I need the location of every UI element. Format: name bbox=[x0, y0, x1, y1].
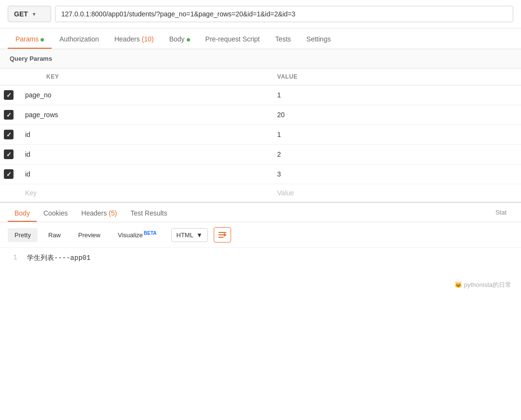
tab-tests-label: Tests bbox=[275, 35, 291, 43]
tab-params[interactable]: Params bbox=[8, 28, 52, 49]
tab-body[interactable]: Body bbox=[162, 28, 198, 49]
tab-tests[interactable]: Tests bbox=[267, 28, 299, 49]
line-number: 1 bbox=[8, 254, 17, 262]
checkbox-1[interactable]: ✓ bbox=[4, 90, 14, 100]
table-row: ✓ page_no 1 bbox=[0, 85, 521, 105]
url-bar: GET ▼ bbox=[0, 0, 521, 28]
key-cell-5[interactable]: id bbox=[17, 164, 270, 184]
checkbox-2[interactable]: ✓ bbox=[4, 110, 14, 120]
tab-response-headers-label: Headers bbox=[82, 209, 109, 217]
top-tabs: Params Authorization Headers (10) Body P… bbox=[0, 28, 521, 49]
tab-authorization-label: Authorization bbox=[59, 35, 99, 43]
code-line: 1 学生列表----app01 bbox=[8, 254, 513, 262]
col-value: VALUE bbox=[270, 68, 521, 85]
content-area: Query Params KEY VALUE ✓ page_no 1 bbox=[0, 49, 521, 202]
table-row: ✓ id 3 bbox=[0, 164, 521, 184]
key-cell-2[interactable]: page_rows bbox=[17, 105, 270, 125]
beta-badge: BETA bbox=[144, 230, 156, 236]
watermark: 🐱 pythonista的日常 bbox=[0, 277, 521, 293]
tab-body-label: Body bbox=[169, 35, 185, 43]
line-content: 学生列表----app01 bbox=[27, 254, 91, 262]
headers-badge: (10) bbox=[142, 35, 154, 43]
value-cell-1[interactable]: 1 bbox=[270, 85, 521, 105]
tab-headers-label: Headers bbox=[114, 35, 142, 43]
format-select[interactable]: HTML ▼ bbox=[171, 228, 208, 242]
checkmark-icon: ✓ bbox=[6, 112, 12, 118]
response-toolbar: Pretty Raw Preview VisualizeBETA HTML ▼ bbox=[0, 222, 521, 248]
tab-headers[interactable]: Headers (10) bbox=[107, 28, 162, 49]
format-select-label: HTML bbox=[177, 231, 193, 239]
value-cell-2[interactable]: 20 bbox=[270, 105, 521, 125]
table-row: ✓ id 2 bbox=[0, 145, 521, 164]
query-params-title: Query Params bbox=[0, 49, 521, 68]
params-dot bbox=[41, 38, 44, 41]
table-row: ✓ page_rows 20 bbox=[0, 105, 521, 125]
preview-button[interactable]: Preview bbox=[71, 228, 107, 242]
tab-response-headers[interactable]: Headers (5) bbox=[75, 203, 124, 222]
tab-response-body-label: Body bbox=[14, 209, 30, 217]
bottom-tabs: Body Cookies Headers (5) Test Results St… bbox=[0, 202, 521, 222]
pretty-button[interactable]: Pretty bbox=[8, 228, 38, 242]
tab-pre-request[interactable]: Pre-request Script bbox=[198, 28, 268, 49]
status-label: Stat bbox=[489, 203, 513, 222]
key-cell-1[interactable]: page_no bbox=[17, 85, 270, 105]
url-input[interactable] bbox=[55, 6, 513, 22]
placeholder-value[interactable]: Value bbox=[270, 184, 521, 202]
checkmark-icon: ✓ bbox=[6, 151, 12, 158]
tab-settings[interactable]: Settings bbox=[299, 28, 339, 49]
placeholder-key[interactable]: Key bbox=[17, 184, 270, 202]
tab-test-results-label: Test Results bbox=[130, 209, 167, 217]
checkmark-icon: ✓ bbox=[6, 171, 12, 177]
tab-settings-label: Settings bbox=[306, 35, 331, 43]
method-label: GET bbox=[14, 10, 28, 18]
value-cell-4[interactable]: 2 bbox=[270, 145, 521, 164]
tab-test-results[interactable]: Test Results bbox=[123, 203, 174, 222]
tab-params-label: Params bbox=[15, 35, 39, 43]
params-table: KEY VALUE ✓ page_no 1 ✓ bbox=[0, 68, 521, 202]
method-chevron: ▼ bbox=[32, 12, 37, 17]
raw-button[interactable]: Raw bbox=[41, 228, 68, 242]
tab-response-body[interactable]: Body bbox=[8, 203, 37, 222]
tab-authorization[interactable]: Authorization bbox=[52, 28, 107, 49]
value-cell-5[interactable]: 3 bbox=[270, 164, 521, 184]
value-cell-3[interactable]: 1 bbox=[270, 125, 521, 145]
col-key: KEY bbox=[17, 68, 270, 85]
table-row: ✓ id 1 bbox=[0, 125, 521, 145]
tab-cookies[interactable]: Cookies bbox=[37, 203, 75, 222]
watermark-text: 🐱 pythonista的日常 bbox=[454, 281, 511, 288]
wrap-button[interactable] bbox=[214, 227, 231, 243]
body-dot bbox=[187, 38, 190, 41]
response-headers-badge: (5) bbox=[109, 209, 117, 217]
code-area: 1 学生列表----app01 bbox=[0, 248, 521, 277]
method-select[interactable]: GET ▼ bbox=[8, 6, 51, 22]
key-cell-3[interactable]: id bbox=[17, 125, 270, 145]
tab-cookies-label: Cookies bbox=[43, 209, 68, 217]
checkbox-4[interactable]: ✓ bbox=[4, 149, 14, 159]
tab-pre-request-label: Pre-request Script bbox=[206, 35, 260, 43]
visualize-button[interactable]: VisualizeBETA bbox=[111, 227, 163, 242]
checkbox-3[interactable]: ✓ bbox=[4, 130, 14, 139]
checkmark-icon: ✓ bbox=[6, 132, 12, 138]
format-chevron: ▼ bbox=[196, 231, 203, 239]
table-row-placeholder: Key Value bbox=[0, 184, 521, 202]
key-cell-4[interactable]: id bbox=[17, 145, 270, 164]
checkbox-5[interactable]: ✓ bbox=[4, 169, 14, 179]
checkmark-icon: ✓ bbox=[6, 92, 12, 98]
wrap-icon bbox=[218, 231, 227, 239]
